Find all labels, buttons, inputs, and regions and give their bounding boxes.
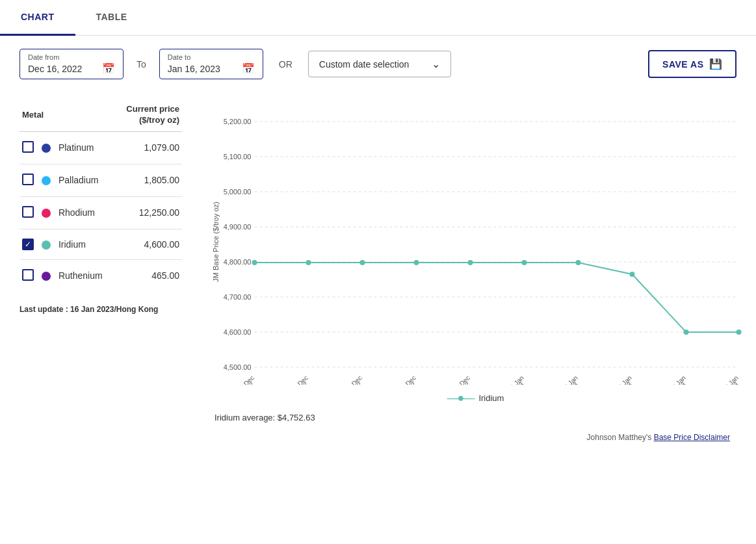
custom-date-dropdown[interactable]: Custom date selection ⌄ [308, 51, 451, 77]
metal-row-platinum: Platinum 1,079.00 [20, 131, 182, 164]
metal-name-palladium: Palladium [59, 175, 98, 185]
metal-name-platinum: Platinum [59, 142, 94, 153]
disclaimer-link[interactable]: Base Price Disclaimer [654, 433, 730, 442]
svg-point-25 [736, 330, 742, 335]
metal-price-platinum: 1,079.00 [115, 131, 182, 164]
checkbox-cell-palladium[interactable] [20, 164, 39, 196]
to-separator: To [137, 59, 146, 70]
checkbox-rhodium[interactable] [22, 206, 34, 218]
svg-point-19 [414, 260, 419, 265]
last-update-value: 16 Jan 2023/Hong Kong [70, 305, 158, 314]
date-from-field[interactable]: Date from Dec 16, 2022 📅 [20, 49, 124, 79]
chart-panel: JM Base Price ($/troy oz) 5,200.00 5,100… [195, 92, 749, 448]
metal-price-iridium: 4,600.00 [115, 229, 182, 259]
svg-point-17 [306, 260, 311, 265]
tab-bar: CHART TABLE [0, 0, 756, 36]
dot-rhodium [42, 209, 51, 218]
checkbox-cell-ruthenium[interactable] [20, 259, 39, 292]
average-text: Iridium average: $4,752.63 [215, 413, 315, 422]
svg-text:4,500.00: 4,500.00 [224, 363, 252, 371]
calendar-from-icon[interactable]: 📅 [102, 62, 115, 75]
last-update-label: Last update : [20, 305, 68, 314]
tab-table[interactable]: TABLE [75, 0, 148, 36]
metal-name-cell-palladium: Palladium [39, 164, 115, 196]
metal-name-cell-iridium: Iridium [39, 229, 115, 259]
svg-point-16 [252, 260, 257, 265]
svg-text:4,900.00: 4,900.00 [224, 223, 252, 231]
svg-point-20 [468, 260, 473, 265]
last-update: Last update : 16 Jan 2023/Hong Kong [20, 305, 182, 314]
dot-ruthenium [42, 272, 51, 281]
checkbox-iridium[interactable] [22, 239, 34, 250]
checkbox-platinum[interactable] [22, 141, 34, 153]
date-from-label: Date from [28, 53, 115, 61]
metal-row-palladium: Palladium 1,805.00 [20, 164, 182, 196]
checkbox-cell-iridium[interactable] [20, 229, 39, 259]
custom-date-label: Custom date selection [319, 59, 410, 70]
chart-svg: JM Base Price ($/troy oz) 5,200.00 5,100… [208, 99, 743, 385]
chart-average: Iridium average: $4,752.63 [208, 413, 743, 422]
metal-name-cell-platinum: Platinum [39, 131, 115, 164]
svg-text:4,600.00: 4,600.00 [224, 328, 252, 336]
main-content: Metal Current price ($/troy oz) Platinum… [0, 92, 756, 461]
date-to-value: Jan 16, 2023 [168, 64, 220, 74]
metals-table: Metal Current price ($/troy oz) Platinum… [20, 99, 182, 292]
svg-point-23 [630, 272, 635, 277]
metal-price-rhodium: 12,250.00 [115, 196, 182, 229]
dot-iridium [42, 240, 51, 250]
controls-bar: Date from Dec 16, 2022 📅 To Date to Jan … [0, 36, 756, 92]
metal-name-rhodium: Rhodium [59, 207, 95, 218]
metal-col-header: Metal [20, 99, 115, 131]
save-as-button[interactable]: SAVE AS 💾 [648, 50, 736, 78]
date-to-field[interactable]: Date to Jan 16, 2023 📅 [159, 49, 263, 79]
svg-point-22 [576, 260, 581, 265]
svg-text:5,200.00: 5,200.00 [224, 118, 252, 125]
tab-chart[interactable]: CHART [0, 0, 75, 36]
metal-name-cell-rhodium: Rhodium [39, 196, 115, 229]
svg-text:5,100.00: 5,100.00 [224, 153, 252, 161]
metal-name-ruthenium: Ruthenium [59, 270, 103, 281]
metal-name-cell-ruthenium: Ruthenium [39, 259, 115, 292]
metal-price-ruthenium: 465.00 [115, 259, 182, 292]
svg-point-24 [684, 330, 689, 335]
disclaimer-text: Johnson Matthey's [587, 433, 652, 442]
legend-line-icon: —●— [447, 391, 474, 405]
dot-palladium [42, 176, 51, 185]
svg-text:5,000.00: 5,000.00 [224, 188, 252, 196]
chart-legend: —●— Iridium [208, 391, 743, 405]
metal-row-iridium: Iridium 4,600.00 [20, 229, 182, 259]
date-from-value: Dec 16, 2022 [28, 64, 82, 74]
disclaimer: Johnson Matthey's Base Price Disclaimer [208, 433, 743, 442]
checkbox-palladium[interactable] [22, 174, 34, 185]
metal-name-iridium: Iridium [59, 239, 86, 250]
price-col-header: Current price ($/troy oz) [115, 99, 182, 131]
y-axis-label: JM Base Price ($/troy oz) [212, 201, 220, 281]
save-icon: 💾 [709, 58, 723, 70]
svg-text:4,700.00: 4,700.00 [224, 293, 252, 301]
svg-point-18 [360, 260, 365, 265]
chart-container: JM Base Price ($/troy oz) 5,200.00 5,100… [208, 99, 743, 385]
or-label: OR [279, 59, 293, 70]
metal-price-palladium: 1,805.00 [115, 164, 182, 196]
date-to-label: Date to [168, 53, 255, 61]
save-as-label: SAVE AS [662, 59, 703, 70]
checkbox-cell-rhodium[interactable] [20, 196, 39, 229]
left-panel: Metal Current price ($/troy oz) Platinum… [7, 92, 195, 448]
checkbox-cell-platinum[interactable] [20, 131, 39, 164]
calendar-to-icon[interactable]: 📅 [242, 62, 255, 75]
chevron-down-icon: ⌄ [432, 58, 440, 70]
legend-iridium-label: Iridium [478, 393, 504, 403]
checkbox-ruthenium[interactable] [22, 269, 34, 281]
dot-platinum [42, 144, 51, 153]
metal-row-ruthenium: Ruthenium 465.00 [20, 259, 182, 292]
metal-row-rhodium: Rhodium 12,250.00 [20, 196, 182, 229]
svg-point-21 [522, 260, 527, 265]
svg-text:4,800.00: 4,800.00 [224, 258, 252, 266]
